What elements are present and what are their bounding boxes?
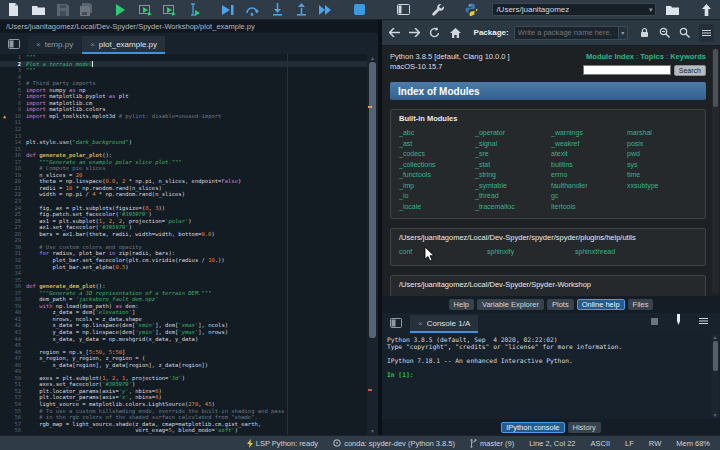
run-selection-icon[interactable] (186, 2, 201, 17)
help-nav-link[interactable]: Module Index (586, 52, 634, 61)
module-link[interactable]: posix (627, 139, 703, 150)
help-nav-link[interactable]: Topics (640, 52, 664, 61)
code-editor[interactable]: 1"""2Plot a terrain model3"""45# Third p… (0, 54, 378, 435)
interrupt-kernel-icon[interactable] (651, 311, 658, 329)
console-scroll-up-icon[interactable]: ▲ (712, 334, 718, 340)
browse-directory-icon[interactable] (664, 2, 679, 17)
module-link[interactable]: _warnings (551, 128, 627, 139)
module-link[interactable]: marshal (627, 128, 703, 139)
pane-tab[interactable]: Online help (577, 299, 625, 310)
editor-tab[interactable]: ×temp.py (28, 36, 81, 54)
run-cell-icon[interactable] (138, 2, 153, 17)
pane-tab[interactable]: Files (628, 299, 654, 310)
module-link[interactable]: _tracemalloc (475, 202, 551, 213)
module-link[interactable]: sys (627, 160, 703, 171)
lock-icon[interactable] (638, 26, 650, 40)
module-link[interactable]: _imp (399, 181, 475, 192)
help-nav-link[interactable]: Keywords (670, 52, 706, 61)
console-tab[interactable]: × Console 1/A (410, 315, 478, 333)
module-link[interactable]: gc (551, 191, 627, 202)
step-out-icon[interactable] (294, 2, 309, 17)
console-scrollbar[interactable]: ▲ ▼ (711, 334, 719, 418)
open-file-icon[interactable] (30, 2, 45, 17)
module-link[interactable]: _io (399, 191, 475, 202)
module-link[interactable]: plot_example (399, 294, 487, 297)
parent-directory-icon[interactable] (699, 2, 714, 17)
package-name-input[interactable] (514, 26, 619, 40)
module-link[interactable]: _operator (475, 128, 551, 139)
line-number[interactable]: 58 (0, 427, 26, 434)
module-link[interactable]: _abc (399, 128, 475, 139)
module-link[interactable]: itertools (551, 202, 627, 213)
module-link[interactable]: conf (399, 247, 487, 258)
close-icon[interactable]: × (90, 40, 95, 49)
module-link[interactable]: _signal (475, 139, 551, 150)
module-link[interactable]: _string (475, 170, 551, 181)
ipython-console[interactable]: Python 3.8.5 (default, Sep 4 2020, 02:22… (382, 333, 720, 419)
zoom-out-icon[interactable] (658, 26, 670, 40)
help-search-button[interactable]: Search (674, 65, 706, 76)
module-link[interactable]: _symtable (475, 181, 551, 192)
options-menu-icon[interactable] (699, 24, 714, 42)
help-scrollbar[interactable] (712, 48, 719, 294)
debug-file-icon[interactable] (221, 2, 236, 17)
console-pane-tab[interactable]: History (568, 422, 601, 433)
step-into-icon[interactable] (269, 2, 284, 17)
module-link[interactable]: sphinxthread (575, 247, 663, 258)
save-icon[interactable] (55, 2, 70, 17)
close-icon[interactable]: × (418, 319, 423, 328)
refresh-icon[interactable] (429, 26, 441, 40)
browse-tabs-icon[interactable] (4, 36, 24, 52)
module-link[interactable]: errno (551, 170, 627, 181)
editor-tab[interactable]: ×plot_example.py (82, 36, 165, 54)
continue-execution-icon[interactable] (318, 2, 333, 17)
module-link[interactable]: _stat (475, 160, 551, 171)
console-pane-tab[interactable]: IPython console (501, 422, 564, 433)
module-link[interactable]: _sre (475, 149, 551, 160)
pane-tab[interactable]: Help (449, 299, 474, 310)
package-combo-arrow-icon[interactable]: ▾ (619, 26, 628, 40)
help-scrollbar-thumb[interactable] (713, 49, 718, 107)
help-search-input[interactable] (583, 65, 671, 75)
pane-tab[interactable]: Plots (547, 299, 574, 310)
module-link[interactable]: _locale (399, 202, 475, 213)
console-options-menu-icon[interactable] (699, 311, 708, 329)
module-link[interactable]: xxsubtype (627, 181, 703, 192)
console-browse-tabs-icon[interactable] (386, 315, 406, 331)
module-link[interactable]: _weakref (551, 139, 627, 150)
module-link[interactable]: faulthandler (551, 181, 627, 192)
module-link[interactable]: sphinxify (487, 247, 575, 258)
module-link[interactable]: atexit (551, 149, 627, 160)
module-link[interactable]: _codecs (399, 149, 475, 160)
module-link[interactable]: _thread (475, 191, 551, 202)
module-link[interactable]: builtins (551, 160, 627, 171)
new-file-icon[interactable] (6, 2, 21, 17)
clear-console-icon[interactable] (674, 311, 683, 329)
editor-scrollbar-thumb[interactable] (369, 62, 376, 338)
editor-scrollbar[interactable]: ▲ ▼ (367, 54, 378, 435)
back-icon[interactable] (388, 26, 400, 40)
console-scrollbar-thumb[interactable] (713, 341, 718, 371)
module-link[interactable]: _ast (399, 139, 475, 150)
forward-icon[interactable] (408, 26, 420, 40)
warning-flag[interactable] (368, 106, 372, 108)
maximize-pane-icon[interactable] (396, 2, 411, 17)
save-all-icon[interactable] (79, 2, 94, 17)
module-link[interactable]: time (627, 170, 703, 181)
console-scroll-down-icon[interactable]: ▼ (712, 412, 718, 418)
run-file-icon[interactable] (113, 2, 128, 17)
scroll-up-icon[interactable]: ▲ (369, 55, 376, 61)
home-icon[interactable] (449, 26, 461, 40)
preferences-wrench-icon[interactable] (430, 2, 445, 17)
module-link[interactable]: _functools (399, 170, 475, 181)
run-cell-advance-icon[interactable] (162, 2, 177, 17)
module-link[interactable]: pwd (627, 149, 703, 160)
search-icon[interactable] (679, 26, 691, 40)
scroll-down-icon[interactable]: ▼ (369, 428, 376, 434)
step-over-icon[interactable] (245, 2, 260, 17)
pane-tab[interactable]: Variable Explorer (477, 299, 544, 310)
working-directory-combo[interactable]: /Users/juanitagomez ▾ (492, 3, 656, 16)
close-icon[interactable]: × (36, 40, 41, 49)
module-link[interactable]: _collections (399, 160, 475, 171)
stop-debug-icon[interactable] (352, 2, 367, 17)
